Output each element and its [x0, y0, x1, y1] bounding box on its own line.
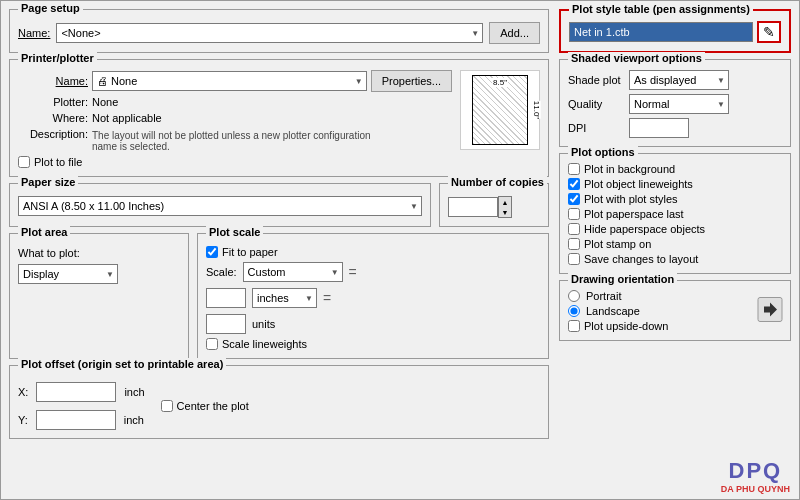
add-button[interactable]: Add... — [489, 22, 540, 44]
plot-style-group: Plot style table (pen assignments) Net i… — [559, 9, 791, 53]
paper-size-title: Paper size — [18, 176, 78, 188]
portrait-label: Portrait — [586, 290, 621, 302]
copies-group: Number of copies 1 ▲ ▼ — [439, 183, 549, 227]
scale-units-row: 6966 units — [206, 314, 540, 334]
portrait-radio[interactable] — [568, 290, 580, 302]
scale-label: Scale: — [206, 266, 237, 278]
what-to-plot-select[interactable]: Display — [18, 264, 118, 284]
name-select-wrapper: <None> — [56, 23, 483, 43]
upside-down-label: Plot upside-down — [584, 320, 668, 332]
y-value[interactable]: 0.000000 — [36, 410, 116, 430]
opt-plot-stamp-label: Plot stamp on — [584, 238, 651, 250]
page-setup-group: Page setup Name: <None> Add... — [9, 9, 549, 53]
landscape-label: Landscape — [586, 305, 640, 317]
scale-select[interactable]: Custom — [243, 262, 343, 282]
opt-lineweights: Plot object lineweights — [568, 178, 782, 190]
right-column: Plot style table (pen assignments) Net i… — [559, 9, 791, 491]
what-to-plot-label: What to plot: — [18, 246, 180, 260]
fit-to-paper-row: Fit to paper — [206, 246, 540, 258]
offset-xy: X: 0.000000 inch Y: 0.000000 inch — [18, 378, 145, 430]
quality-wrapper: Normal — [629, 94, 729, 114]
scale-value2[interactable]: 6966 — [206, 314, 246, 334]
opt-background-check[interactable] — [568, 163, 580, 175]
copies-up[interactable]: ▲ — [499, 197, 511, 207]
opt-paperspace-last-check[interactable] — [568, 208, 580, 220]
paper-size-group: Paper size ANSI A (8.50 x 11.00 Inches) — [9, 183, 431, 227]
opt-plot-styles-check[interactable] — [568, 193, 580, 205]
scale-value1[interactable]: 1 — [206, 288, 246, 308]
description-row: Description: The layout will not be plot… — [18, 128, 452, 152]
fit-to-paper-checkbox[interactable] — [206, 246, 218, 258]
scale-lineweights-checkbox[interactable] — [206, 338, 218, 350]
shade-plot-wrapper: As displayed — [629, 70, 729, 90]
copies-input[interactable]: 1 — [448, 197, 498, 217]
where-row: Where: Not applicable — [18, 112, 452, 124]
equals-icon2: = — [323, 290, 331, 306]
center-plot-label: Center the plot — [177, 400, 249, 412]
plot-options-title: Plot options — [568, 146, 638, 158]
printer-name-label: Name: — [18, 75, 88, 87]
printer-name-select[interactable]: 🖨 None — [92, 71, 367, 91]
landscape-radio[interactable] — [568, 305, 580, 317]
opt-plot-stamp: Plot stamp on — [568, 238, 782, 250]
properties-button[interactable]: Properties... — [371, 70, 452, 92]
drawing-orientation-title: Drawing orientation — [568, 273, 677, 285]
shaded-viewport-group: Shaded viewport options Shade plot As di… — [559, 59, 791, 147]
offset-y-row: Y: 0.000000 inch — [18, 410, 145, 430]
copies-spinner: ▲ ▼ — [498, 196, 512, 218]
plot-style-select[interactable]: Net in 1.ctb — [569, 22, 753, 42]
paper-size-select[interactable]: ANSI A (8.50 x 11.00 Inches) — [18, 196, 422, 216]
upside-down-check[interactable] — [568, 320, 580, 332]
dpi-label: DPI — [568, 122, 623, 134]
plot-to-file-label: Plot to file — [34, 156, 82, 168]
portrait-row: Portrait — [568, 290, 782, 302]
scale-unit1-wrapper: inches — [252, 288, 317, 308]
y-label: Y: — [18, 414, 28, 426]
opt-plot-styles: Plot with plot styles — [568, 193, 782, 205]
printer-fields: Name: 🖨 None Properties... Plotter: None — [18, 66, 452, 168]
plot-offset-title: Plot offset (origin set to printable are… — [18, 358, 226, 370]
plot-area-group: Plot area What to plot: Display — [9, 233, 189, 359]
description-value: The layout will not be plotted unless a … — [92, 130, 392, 152]
opt-lineweights-check[interactable] — [568, 178, 580, 190]
scale-values-row: 1 inches = — [206, 288, 540, 308]
plot-dialog: Page setup Name: <None> Add... Printer/p… — [0, 0, 800, 500]
x-value[interactable]: 0.000000 — [36, 382, 116, 402]
paper-preview: 8.5" 11.0" — [460, 70, 540, 150]
copies-down[interactable]: ▼ — [499, 207, 511, 217]
page-setup-name-select[interactable]: <None> — [56, 23, 483, 43]
plotter-value: None — [92, 96, 118, 108]
plot-style-title: Plot style table (pen assignments) — [569, 3, 753, 15]
scale-unit1-select[interactable]: inches — [252, 288, 317, 308]
where-label: Where: — [18, 112, 88, 124]
plot-to-file-row: Plot to file — [18, 156, 452, 168]
main-layout: Page setup Name: <None> Add... Printer/p… — [9, 9, 791, 491]
opt-save-changes: Save changes to layout — [568, 253, 782, 265]
printer-name-row: Name: 🖨 None Properties... — [18, 70, 452, 92]
paper-copies-row: Paper size ANSI A (8.50 x 11.00 Inches) … — [9, 183, 549, 227]
opt-hide-paperspace-label: Hide paperspace objects — [584, 223, 705, 235]
shade-plot-select[interactable]: As displayed — [629, 70, 729, 90]
dpi-input[interactable] — [629, 118, 689, 138]
center-plot-checkbox[interactable] — [161, 400, 173, 412]
printer-name-select-wrapper: 🖨 None — [92, 71, 367, 91]
scale-select-wrapper: Custom — [243, 262, 343, 282]
quality-select[interactable]: Normal — [629, 94, 729, 114]
opt-hide-paperspace-check[interactable] — [568, 223, 580, 235]
equals-icon: = — [349, 264, 357, 280]
quality-row: Quality Normal — [568, 94, 782, 114]
opt-save-changes-label: Save changes to layout — [584, 253, 698, 265]
x-label: X: — [18, 386, 28, 398]
where-value: Not applicable — [92, 112, 162, 124]
what-to-plot-wrapper: Display — [18, 264, 118, 284]
opt-save-changes-check[interactable] — [568, 253, 580, 265]
plot-to-file-checkbox[interactable] — [18, 156, 30, 168]
opt-plot-stamp-check[interactable] — [568, 238, 580, 250]
edit-style-button[interactable]: ✎ — [757, 21, 781, 43]
plot-offset-group: Plot offset (origin set to printable are… — [9, 365, 549, 439]
orientation-arrow-icon — [756, 295, 784, 326]
page-setup-title: Page setup — [18, 2, 83, 14]
opt-lineweights-label: Plot object lineweights — [584, 178, 693, 190]
left-column: Page setup Name: <None> Add... Printer/p… — [9, 9, 549, 491]
paper-size-select-wrapper: ANSI A (8.50 x 11.00 Inches) — [18, 196, 422, 216]
